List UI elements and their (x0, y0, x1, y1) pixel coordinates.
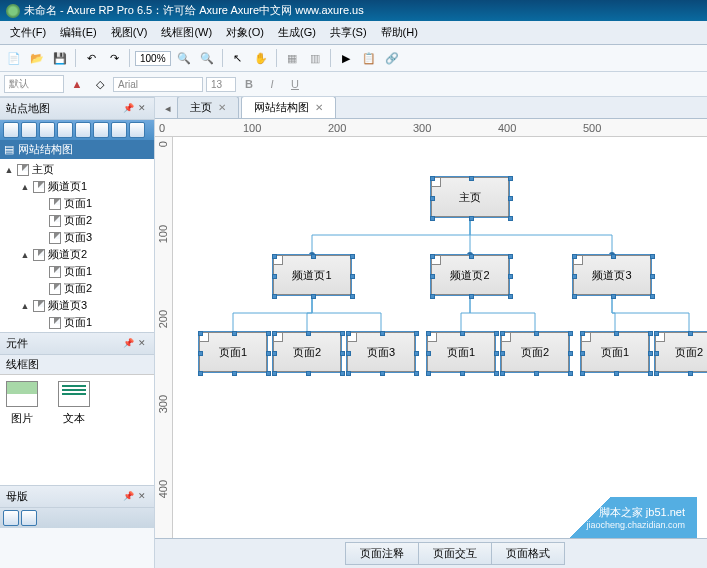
pointer-icon[interactable]: ↖ (228, 48, 248, 68)
zoom-select[interactable]: 100% (135, 51, 171, 66)
menu-wireframe[interactable]: 线框图(W) (155, 23, 218, 42)
indent-button[interactable] (75, 122, 91, 138)
tree-item[interactable]: ▲频道页2 (0, 246, 154, 263)
tab-notes[interactable]: 页面注释 (345, 542, 419, 565)
wireframe-subheader[interactable]: 线框图 (0, 355, 154, 375)
tree-item[interactable]: ▲频道页1 (0, 178, 154, 195)
title-bar: 未命名 - Axure RP Pro 6.5：许可给 Axure Axure中文… (0, 0, 707, 21)
tree-label: 主页 (32, 162, 54, 177)
expand-icon[interactable]: ▲ (20, 301, 30, 311)
search-button[interactable] (129, 122, 145, 138)
menu-object[interactable]: 对象(O) (220, 23, 270, 42)
fontsize-select[interactable]: 13 (206, 77, 236, 92)
open-button[interactable]: 📂 (27, 48, 47, 68)
tab-sitemap[interactable]: 网站结构图✕ (241, 97, 336, 118)
diagram-node[interactable]: 页面1 (199, 332, 267, 372)
spec-button[interactable]: 📋 (359, 48, 379, 68)
share-button[interactable]: 🔗 (382, 48, 402, 68)
style-select[interactable]: 默认 (4, 75, 64, 93)
tree-item[interactable]: 页面3 (0, 229, 154, 246)
move-up-button[interactable] (39, 122, 55, 138)
underline-button[interactable]: U (285, 74, 305, 94)
diagram-node[interactable]: 页面1 (427, 332, 495, 372)
add-child-button[interactable] (21, 122, 37, 138)
menu-file[interactable]: 文件(F) (4, 23, 52, 42)
text-icon (58, 381, 90, 407)
diagram-node[interactable]: 页面2 (273, 332, 341, 372)
diagram-node[interactable]: 主页 (431, 177, 509, 217)
close-icon[interactable]: ✕ (136, 491, 148, 503)
page-icon (49, 283, 61, 295)
page-icon (33, 300, 45, 312)
delete-master-button[interactable] (21, 510, 37, 526)
delete-button[interactable] (111, 122, 127, 138)
pin-icon[interactable]: 📌 (122, 103, 134, 115)
tree-item[interactable]: 页面2 (0, 212, 154, 229)
widgets-header: 元件 📌✕ (0, 332, 154, 355)
widget-image[interactable]: 图片 (6, 381, 38, 479)
diagram-node[interactable]: 频道页2 (431, 255, 509, 295)
tree-label: 频道页2 (48, 247, 87, 262)
close-icon[interactable]: ✕ (218, 102, 226, 113)
bold-button[interactable]: B (239, 74, 259, 94)
font-select[interactable]: Arial (113, 77, 203, 92)
pin-icon[interactable]: 📌 (122, 491, 134, 503)
pin-icon[interactable]: 📌 (122, 338, 134, 350)
menu-edit[interactable]: 编辑(E) (54, 23, 103, 42)
hand-icon[interactable]: ✋ (251, 48, 271, 68)
tree-label: 页面1 (64, 264, 92, 279)
tab-home[interactable]: 主页✕ (177, 97, 239, 118)
app-icon (6, 4, 20, 18)
diagram-node[interactable]: 频道页3 (573, 255, 651, 295)
distribute-icon[interactable]: ▥ (305, 48, 325, 68)
menu-share[interactable]: 共享(S) (324, 23, 373, 42)
zoom-in-icon[interactable]: 🔍 (174, 48, 194, 68)
move-down-button[interactable] (57, 122, 73, 138)
diagram-node[interactable]: 页面2 (655, 332, 707, 372)
page-icon (49, 215, 61, 227)
close-icon[interactable]: ✕ (315, 102, 323, 113)
document-tabs: ◂ 主页✕ 网站结构图✕ (155, 97, 707, 119)
tab-interactions[interactable]: 页面交互 (419, 542, 492, 565)
diagram-node[interactable]: 页面2 (501, 332, 569, 372)
paint-icon[interactable]: ▲ (67, 74, 87, 94)
diagram-node[interactable]: 频道页1 (273, 255, 351, 295)
close-icon[interactable]: ✕ (136, 338, 148, 350)
outdent-button[interactable] (93, 122, 109, 138)
menu-view[interactable]: 视图(V) (105, 23, 154, 42)
page-icon (49, 232, 61, 244)
preview-button[interactable]: ▶ (336, 48, 356, 68)
tab-prev-icon[interactable]: ◂ (159, 99, 177, 118)
tree-item[interactable]: 页面2 (0, 280, 154, 297)
menu-generate[interactable]: 生成(G) (272, 23, 322, 42)
close-icon[interactable]: ✕ (136, 103, 148, 115)
tree-item[interactable]: ▲频道页3 (0, 297, 154, 314)
new-button[interactable]: 📄 (4, 48, 24, 68)
tree-item[interactable]: 页面1 (0, 314, 154, 331)
tree-item[interactable]: 页面1 (0, 195, 154, 212)
add-page-button[interactable] (3, 122, 19, 138)
redo-button[interactable]: ↷ (104, 48, 124, 68)
align-icon[interactable]: ▦ (282, 48, 302, 68)
expand-icon[interactable]: ▲ (4, 165, 14, 175)
widget-text[interactable]: 文本 (58, 381, 90, 479)
diagram-node[interactable]: 页面1 (581, 332, 649, 372)
expand-icon[interactable]: ▲ (20, 182, 30, 192)
undo-button[interactable]: ↶ (81, 48, 101, 68)
tree-label: 页面1 (64, 196, 92, 211)
bottom-tabs: 页面注释 页面交互 页面格式 (155, 538, 707, 568)
canvas[interactable]: 主页频道页1频道页2频道页3页面1页面2页面3页面1页面2页面1页面2 (173, 137, 707, 538)
sitemap-root-item[interactable]: ▤ 网站结构图 (0, 140, 154, 159)
tree-item[interactable]: ▲主页 (0, 161, 154, 178)
page-icon (49, 198, 61, 210)
zoom-out-icon[interactable]: 🔍 (197, 48, 217, 68)
eraser-icon[interactable]: ◇ (90, 74, 110, 94)
add-master-button[interactable] (3, 510, 19, 526)
tab-format[interactable]: 页面格式 (492, 542, 565, 565)
menu-help[interactable]: 帮助(H) (375, 23, 424, 42)
save-button[interactable]: 💾 (50, 48, 70, 68)
italic-button[interactable]: I (262, 74, 282, 94)
expand-icon[interactable]: ▲ (20, 250, 30, 260)
tree-item[interactable]: 页面1 (0, 263, 154, 280)
diagram-node[interactable]: 页面3 (347, 332, 415, 372)
